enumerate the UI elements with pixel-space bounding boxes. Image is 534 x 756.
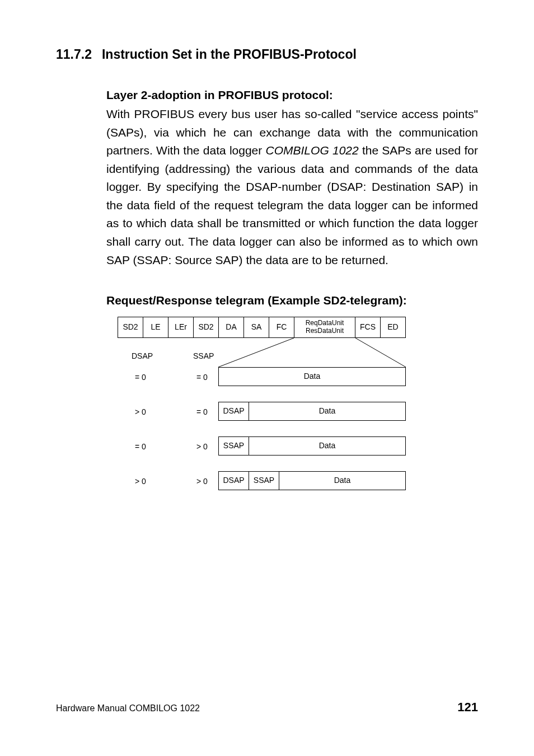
row-left-label: = 0	[196, 406, 208, 419]
section-title: Instruction Set in the PROFIBUS-Protocol	[102, 45, 357, 65]
data-cell: Data	[279, 471, 406, 490]
data-cell: Data	[249, 402, 406, 421]
row-left-label: > 0	[135, 406, 146, 419]
row-left-label: = 0	[135, 372, 146, 384]
column-header-label: SSAP	[193, 350, 214, 363]
telegram-diagram: SD2LELErSD2DASAFCReqDataUnit ResDataUnit…	[106, 317, 521, 507]
layer2-heading: Layer 2-adoption in PROFIBUS protocol:	[106, 86, 478, 105]
header-cell: FC	[269, 317, 294, 338]
layer2-body: With PROFIBUS every bus user has so-call…	[106, 105, 478, 269]
column-header-label: DSAP	[132, 350, 153, 363]
data-cell: Data	[218, 367, 406, 386]
row-left-label: = 0	[196, 372, 208, 384]
row-left-label: = 0	[135, 441, 146, 453]
prefix-cell: DSAP	[218, 402, 249, 421]
body-post: the SAPs are used for identifying (addre…	[106, 144, 478, 266]
svg-line-0	[218, 338, 294, 367]
row-left-label: > 0	[196, 441, 208, 453]
prefix-cell: SSAP	[218, 436, 249, 456]
page-number: 121	[457, 698, 478, 717]
body-italic: COMBILOG 1022	[266, 144, 359, 157]
header-cell: SD2	[193, 317, 219, 338]
section-heading: 11.7.2 Instruction Set in the PROFIBUS-P…	[56, 45, 478, 65]
prefix-cell: SSAP	[249, 471, 279, 490]
header-cell: ReqDataUnit ResDataUnit	[294, 317, 355, 338]
footer-text: Hardware Manual COMBILOG 1022	[56, 702, 200, 716]
header-cell: FCS	[355, 317, 381, 338]
header-cell: LEr	[168, 317, 194, 338]
header-cell: LE	[143, 317, 168, 338]
header-cell: SD2	[118, 317, 143, 338]
row-left-label: > 0	[135, 476, 146, 488]
page-footer: Hardware Manual COMBILOG 1022 121	[56, 698, 478, 717]
header-cell: SA	[243, 317, 269, 338]
prefix-cell: DSAP	[218, 471, 249, 490]
header-cell: DA	[218, 317, 244, 338]
data-cell: Data	[249, 436, 406, 456]
header-cell: ED	[380, 317, 406, 338]
svg-line-1	[355, 338, 406, 367]
telegram-heading: Request/Response telegram (Example SD2-t…	[106, 292, 478, 310]
section-number: 11.7.2	[56, 45, 92, 65]
row-left-label: > 0	[196, 476, 208, 488]
